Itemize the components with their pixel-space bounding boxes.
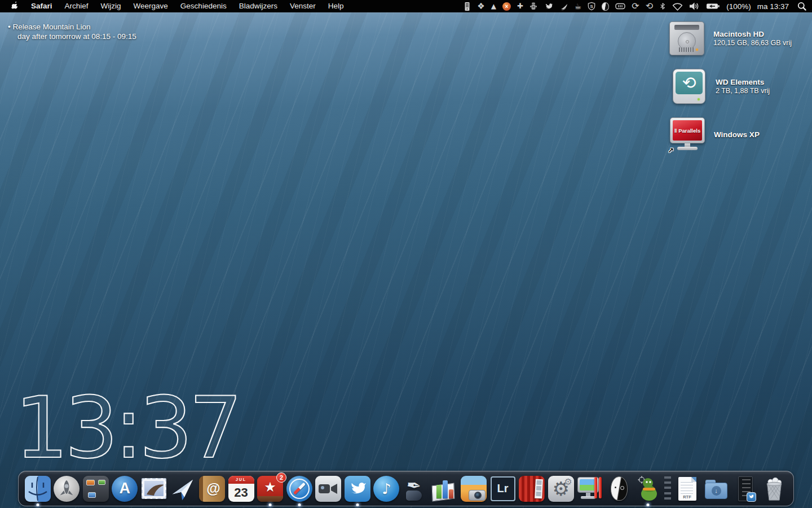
- spotlight-icon[interactable]: [797, 0, 806, 12]
- desktop-wallpaper[interactable]: Safari Archief Wijzig Weergave Geschiede…: [0, 0, 812, 508]
- caffeine-cup-icon[interactable]: ☕: [575, 0, 582, 12]
- menu-safari[interactable]: Safari: [25, 0, 59, 12]
- rtf-document-icon: RTF: [678, 477, 696, 501]
- dock-twitter[interactable]: [344, 475, 371, 502]
- dock-sparrow[interactable]: [169, 475, 196, 502]
- orange-x-glyph: ×: [502, 2, 511, 11]
- mask-icon[interactable]: [602, 0, 609, 12]
- reminder-title: • Release Mountain Lion: [8, 22, 136, 32]
- running-indicator: [356, 503, 359, 506]
- download-arrow-icon: ↓: [712, 486, 721, 496]
- twitter-icon[interactable]: [544, 0, 554, 12]
- dock-app-store[interactable]: A: [111, 475, 138, 502]
- dock-rtf-document[interactable]: RTF: [674, 475, 701, 502]
- menubar-clock[interactable]: ma 13:37: [757, 2, 789, 11]
- menu-wijzig[interactable]: Wijzig: [95, 0, 127, 12]
- macintosh-hd-label: Macintosh HD: [713, 30, 792, 38]
- swoosh-icon[interactable]: [560, 0, 568, 12]
- sync-icon[interactable]: ⟳: [632, 0, 639, 12]
- dock-numbers[interactable]: [431, 475, 458, 502]
- desktop-icon-macintosh-hd[interactable]: Macintosh HD 120,15 GB, 86,63 GB vrij: [668, 20, 792, 56]
- wunderlist-star-icon: ★: [264, 479, 276, 495]
- running-indicator: [36, 503, 39, 506]
- hydrant-icon[interactable]: [529, 0, 537, 12]
- lightroom-lr-glyph: Lr: [497, 482, 509, 495]
- mail-stamp-icon: [142, 478, 166, 499]
- menu-help[interactable]: Help: [322, 0, 350, 12]
- menu-archief[interactable]: Archief: [59, 0, 95, 12]
- music-note-icon: ♪: [382, 480, 391, 497]
- dock-finder[interactable]: [24, 475, 51, 502]
- dock-itunes[interactable]: ♪: [373, 475, 400, 502]
- dock-contacts[interactable]: @: [198, 475, 226, 502]
- paper-plane-icon: [170, 476, 196, 502]
- dock-wunderlist[interactable]: ★ 2: [257, 475, 284, 502]
- dock-pages[interactable]: ✒: [402, 475, 429, 502]
- twitter-bird-icon: [347, 480, 368, 498]
- pen-nib-icon: ✒: [405, 474, 422, 496]
- reminder-time: day after tomorrow at 08:15 - 09:15: [17, 32, 136, 41]
- server-icon[interactable]: [464, 0, 471, 12]
- rtf-label: RTF: [678, 494, 696, 500]
- macintosh-hd-detail: 120,15 GB, 86,63 GB vrij: [713, 39, 792, 47]
- menu-bladwijzers[interactable]: Bladwijzers: [233, 0, 284, 12]
- dock-mask-app[interactable]: [606, 475, 633, 502]
- running-indicator: [298, 503, 301, 506]
- dock: A @ JUL 23: [18, 471, 794, 506]
- windows-xp-icon: ‖ Parallels ↗: [668, 116, 707, 152]
- menu-bar-status-area: ❖ ▲ × ✚ ☕ S ⟳ ⟲: [464, 0, 806, 12]
- running-indicator: [647, 503, 650, 506]
- dock-calendar[interactable]: JUL 23: [228, 475, 255, 502]
- menu-weergave[interactable]: Weergave: [127, 0, 174, 12]
- trash-icon: [761, 475, 787, 502]
- curtain-icon: [519, 476, 545, 502]
- photo-strip-icon: [535, 479, 543, 498]
- plus-icon[interactable]: ✚: [517, 0, 523, 12]
- finder-face-icon: [25, 476, 51, 502]
- orange-x-icon[interactable]: ×: [502, 0, 511, 12]
- battery-icon[interactable]: [706, 0, 720, 12]
- dock-lightroom[interactable]: Lr: [489, 475, 517, 502]
- dock-iphoto[interactable]: [460, 475, 487, 502]
- windows-xp-label: Windows XP: [714, 130, 760, 139]
- gear-small-icon: ⚙: [564, 476, 572, 487]
- mask-icon: [611, 476, 628, 501]
- pill-stripes-icon[interactable]: [615, 0, 625, 12]
- calendar-month: JUL: [228, 476, 254, 484]
- menu-venster[interactable]: Venster: [284, 0, 322, 12]
- dock-adium[interactable]: [634, 475, 661, 502]
- google-drive-icon[interactable]: ▲: [491, 0, 496, 12]
- camera-icon: [469, 490, 486, 501]
- dock-system-preferences[interactable]: ⚙ ⚙: [548, 475, 575, 502]
- volume-icon[interactable]: [689, 0, 700, 12]
- time-machine-icon[interactable]: ⟲: [646, 0, 653, 12]
- contacts-at-glyph: @: [206, 480, 220, 497]
- desktop-icon-wd-elements[interactable]: ⟲ WD Elements 2 TB, 1,88 TB vrij: [670, 68, 770, 104]
- menu-geschiedenis[interactable]: Geschiedenis: [174, 0, 233, 12]
- running-indicator: [269, 503, 272, 506]
- bluetooth-icon[interactable]: [659, 0, 666, 12]
- wifi-icon[interactable]: [672, 0, 683, 12]
- dock-trash[interactable]: [761, 475, 788, 502]
- dropbox-icon[interactable]: ❖: [477, 0, 484, 12]
- shield-s-icon[interactable]: S: [588, 0, 595, 12]
- dock-launchpad[interactable]: [53, 475, 80, 502]
- dock-tweet-window-document[interactable]: [732, 475, 759, 502]
- alias-arrow-badge: ↗: [668, 146, 674, 155]
- apple-icon: [11, 2, 19, 11]
- wd-elements-detail: 2 TB, 1,88 TB vrij: [716, 87, 770, 95]
- folder-icon: ↓: [705, 483, 727, 499]
- dock-parallels-desktop[interactable]: [576, 475, 603, 502]
- desktop-clock-widget: 13:37: [14, 388, 228, 467]
- dock-mail[interactable]: [140, 475, 167, 502]
- dock-downloads-folder[interactable]: ↓: [703, 475, 730, 502]
- dock-photo-booth[interactable]: [518, 475, 545, 502]
- dock-safari[interactable]: [286, 475, 313, 502]
- dock-facetime[interactable]: [315, 475, 342, 502]
- parallels-logo: ‖ Parallels: [674, 128, 700, 134]
- apple-menu[interactable]: [6, 2, 25, 11]
- desktop-icon-windows-xp[interactable]: ‖ Parallels ↗ Windows XP: [668, 116, 760, 152]
- app-store-a-glyph: A: [120, 480, 131, 497]
- dock-mission-control[interactable]: [82, 475, 109, 502]
- mission-control-icon: [83, 476, 109, 502]
